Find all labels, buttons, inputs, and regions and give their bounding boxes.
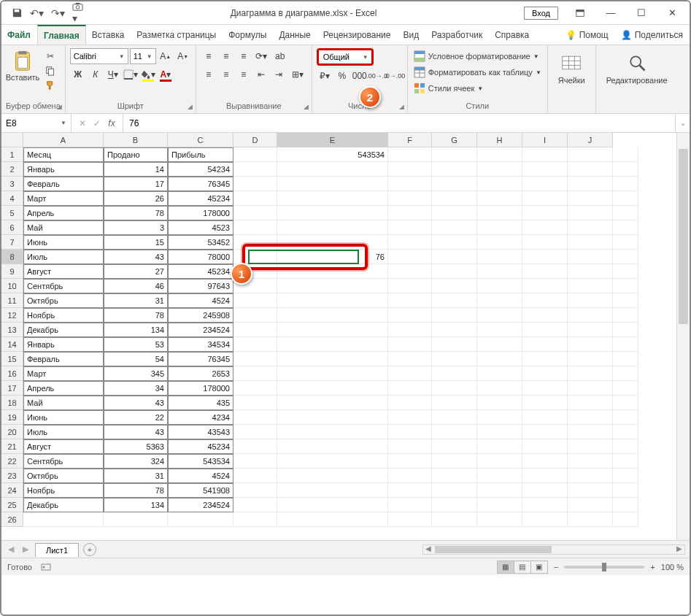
decrease-font-icon[interactable]: A▼ bbox=[175, 48, 191, 64]
cell[interactable]: Декабрь bbox=[23, 498, 104, 512]
cell[interactable]: 46 bbox=[104, 279, 168, 293]
cell[interactable] bbox=[613, 206, 638, 220]
row-header-6[interactable]: 6 bbox=[1, 220, 23, 235]
row-header-5[interactable]: 5 bbox=[1, 206, 23, 220]
camera-icon[interactable]: ▾ bbox=[72, 1, 83, 24]
cell[interactable] bbox=[477, 512, 522, 527]
cell[interactable] bbox=[432, 308, 477, 323]
cell[interactable] bbox=[432, 235, 477, 250]
macro-record-icon[interactable] bbox=[41, 562, 51, 572]
cell[interactable] bbox=[388, 264, 432, 279]
zoom-slider[interactable] bbox=[564, 566, 644, 569]
cell[interactable] bbox=[432, 206, 477, 220]
cell[interactable] bbox=[522, 279, 568, 293]
cell[interactable]: Август bbox=[23, 264, 104, 279]
cell[interactable]: 34534 bbox=[168, 337, 233, 352]
cell[interactable]: 53 bbox=[104, 337, 168, 352]
cell[interactable] bbox=[613, 396, 638, 410]
cell[interactable] bbox=[613, 498, 638, 512]
accounting-format-icon[interactable]: ₽▾ bbox=[317, 68, 333, 84]
col-header-B[interactable]: B bbox=[104, 133, 168, 147]
dialog-launcher-icon[interactable]: ◢ bbox=[57, 103, 62, 110]
cell[interactable]: Декабрь bbox=[23, 323, 104, 337]
cell[interactable] bbox=[388, 352, 432, 366]
cell[interactable] bbox=[277, 410, 388, 425]
increase-font-icon[interactable]: A▲ bbox=[158, 48, 174, 64]
row-header-20[interactable]: 20 bbox=[1, 425, 23, 439]
cell[interactable] bbox=[568, 337, 613, 352]
cell[interactable] bbox=[568, 235, 613, 250]
cell[interactable] bbox=[233, 308, 277, 323]
cell[interactable]: 45234 bbox=[168, 439, 233, 454]
column-headers[interactable]: ABCDEFGHIJ bbox=[23, 133, 676, 147]
col-header-F[interactable]: F bbox=[388, 133, 432, 147]
cell[interactable]: Ноябрь bbox=[23, 483, 104, 498]
cell[interactable]: 4234 bbox=[168, 410, 233, 425]
cell[interactable] bbox=[233, 352, 277, 366]
cell[interactable]: 543534 bbox=[168, 454, 233, 469]
increase-decimal-icon[interactable]: .00→.0 bbox=[369, 68, 385, 84]
cell[interactable] bbox=[613, 483, 638, 498]
cell[interactable] bbox=[277, 439, 388, 454]
cell[interactable]: Апрель bbox=[23, 206, 104, 220]
row-header-24[interactable]: 24 bbox=[1, 483, 23, 498]
cell[interactable] bbox=[568, 220, 613, 235]
cell[interactable]: 22 bbox=[104, 410, 168, 425]
tab-home[interactable]: Главная bbox=[37, 25, 86, 45]
cell[interactable] bbox=[233, 206, 277, 220]
cell[interactable]: 54 bbox=[104, 352, 168, 366]
cell[interactable] bbox=[277, 177, 388, 191]
cell[interactable] bbox=[477, 323, 522, 337]
cell[interactable]: Октябрь bbox=[23, 293, 104, 308]
dialog-launcher-icon[interactable]: ◢ bbox=[399, 103, 404, 110]
cell[interactable] bbox=[613, 512, 638, 527]
font-color-icon[interactable]: А▾ bbox=[158, 66, 174, 82]
col-header-J[interactable]: J bbox=[568, 133, 613, 147]
cells-icon[interactable] bbox=[561, 53, 582, 73]
name-box[interactable]: E8▼ bbox=[1, 114, 72, 132]
cell[interactable] bbox=[432, 410, 477, 425]
cell[interactable] bbox=[233, 396, 277, 410]
cell[interactable] bbox=[388, 162, 432, 177]
sheet-nav-prev-icon[interactable]: ◀ bbox=[6, 544, 16, 554]
scrollbar-thumb[interactable] bbox=[679, 149, 688, 324]
cell[interactable] bbox=[522, 498, 568, 512]
cell[interactable]: Прибыль bbox=[168, 147, 233, 162]
page-layout-view-icon[interactable]: ▤ bbox=[514, 561, 531, 574]
cell[interactable] bbox=[233, 337, 277, 352]
cell[interactable]: Сентябрь bbox=[23, 454, 104, 469]
zoom-level[interactable]: 100 % bbox=[661, 563, 684, 571]
cell[interactable] bbox=[388, 250, 432, 264]
comma-icon[interactable]: 000 bbox=[352, 68, 368, 84]
cell[interactable]: 54234 bbox=[168, 162, 233, 177]
conditional-formatting-button[interactable]: Условное форматирование▼ bbox=[412, 48, 543, 64]
cell[interactable] bbox=[522, 162, 568, 177]
align-middle-icon[interactable]: ≡ bbox=[218, 48, 234, 64]
cell[interactable] bbox=[388, 308, 432, 323]
cell[interactable]: Апрель bbox=[23, 381, 104, 396]
cell[interactable] bbox=[432, 381, 477, 396]
cell[interactable] bbox=[233, 469, 277, 483]
cell[interactable] bbox=[477, 147, 522, 162]
cell[interactable] bbox=[432, 439, 477, 454]
cell[interactable] bbox=[277, 279, 388, 293]
row-headers[interactable]: 1234567891011121314151617181920212223242… bbox=[1, 147, 23, 527]
cell[interactable]: 435 bbox=[168, 396, 233, 410]
cell[interactable] bbox=[613, 323, 638, 337]
cell[interactable]: 5363 bbox=[104, 439, 168, 454]
cell[interactable] bbox=[233, 425, 277, 439]
cell[interactable] bbox=[613, 147, 638, 162]
fill-color-icon[interactable]: ▾ bbox=[140, 66, 156, 82]
zoom-in-icon[interactable]: + bbox=[650, 563, 655, 571]
cell[interactable] bbox=[233, 498, 277, 512]
format-painter-icon[interactable] bbox=[42, 79, 58, 92]
cell[interactable] bbox=[388, 454, 432, 469]
row-header-25[interactable]: 25 bbox=[1, 498, 23, 512]
cell[interactable] bbox=[522, 220, 568, 235]
cell[interactable]: Январь bbox=[23, 162, 104, 177]
cell[interactable]: Июнь bbox=[23, 235, 104, 250]
cell[interactable] bbox=[388, 220, 432, 235]
cell[interactable] bbox=[613, 293, 638, 308]
row-header-7[interactable]: 7 bbox=[1, 235, 23, 250]
formula-input[interactable]: 76 bbox=[123, 114, 675, 132]
